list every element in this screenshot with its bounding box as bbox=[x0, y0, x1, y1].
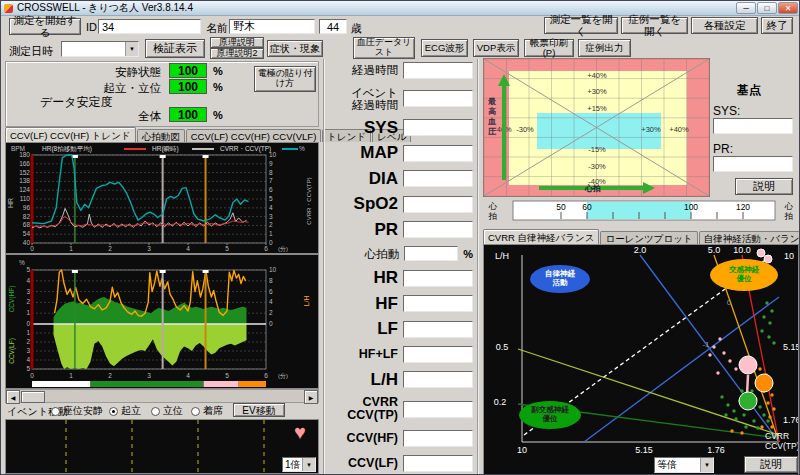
field-input-spo2[interactable] bbox=[403, 196, 473, 213]
field-input-pr[interactable] bbox=[403, 221, 473, 238]
left-tab-1[interactable]: 心拍動図 bbox=[137, 129, 185, 142]
radio-circle-icon[interactable] bbox=[191, 407, 200, 416]
radio-circle-icon[interactable] bbox=[151, 407, 160, 416]
svg-text:10: 10 bbox=[269, 266, 277, 273]
ecg-zoom-value: 1倍 bbox=[283, 458, 302, 472]
svg-text:2: 2 bbox=[26, 298, 30, 305]
bp-explain-button[interactable]: 説明 bbox=[735, 178, 793, 195]
radio-label: 座位安静 bbox=[63, 404, 103, 418]
radio-circle-icon[interactable] bbox=[51, 407, 60, 416]
field-input-elapsed-time[interactable] bbox=[403, 62, 473, 79]
sys-base-input[interactable] bbox=[713, 118, 793, 134]
svg-text:1: 1 bbox=[69, 245, 73, 252]
bp-target-panel: 基点 SYS: PR: 説明 +40%+30%+15%-15%-30%-40%-… bbox=[483, 58, 799, 197]
minimize-button[interactable]: ─ bbox=[736, 2, 756, 14]
hr-trend-chart: 1801661521381241109682685440109876543210… bbox=[5, 142, 319, 254]
left-tab-0[interactable]: CCV(LF) CCV(HF) トレンド bbox=[5, 127, 136, 142]
ev-move-button[interactable]: EV移動 bbox=[233, 403, 285, 417]
svg-text:3: 3 bbox=[26, 288, 30, 295]
case-output-button[interactable]: 症例出力 bbox=[578, 39, 631, 57]
age-input[interactable] bbox=[319, 19, 347, 34]
chart-scrollbar[interactable]: ◀ ▶ bbox=[5, 389, 319, 403]
balance-chart: 0-1自律神経活動交感神経優位副交感神経優位2.05.010.0L/H0.50.… bbox=[484, 245, 798, 474]
svg-text:124: 124 bbox=[19, 186, 30, 193]
name-input[interactable] bbox=[229, 19, 315, 34]
vdp-display-button[interactable]: VDP表示 bbox=[473, 39, 519, 57]
pr-base-input[interactable] bbox=[713, 156, 793, 172]
close-icon[interactable]: ✕ bbox=[778, 2, 798, 14]
svg-text:7: 7 bbox=[269, 177, 273, 184]
svg-text:2: 2 bbox=[108, 372, 112, 379]
svg-text:0: 0 bbox=[269, 239, 273, 246]
field-input-event-elapsed-time[interactable] bbox=[403, 90, 473, 107]
scrollbar-thumb[interactable] bbox=[21, 391, 45, 403]
start-measure-button[interactable]: 測定を開始する bbox=[9, 18, 81, 35]
svg-text:高: 高 bbox=[488, 106, 496, 116]
datetime-combo[interactable]: ▼ bbox=[61, 41, 139, 57]
symptom-button[interactable]: 症状・現象 bbox=[267, 40, 323, 57]
settings-button[interactable]: 各種設定 bbox=[691, 17, 758, 34]
field-input-hf-plus-lf[interactable] bbox=[403, 346, 473, 363]
svg-text:96: 96 bbox=[23, 204, 31, 211]
open-case-list-button[interactable]: 症例一覧を開く bbox=[621, 17, 688, 34]
radio-座位安静[interactable]: 座位安静 bbox=[51, 404, 103, 418]
svg-text:4: 4 bbox=[269, 298, 273, 305]
field-input-lf[interactable] bbox=[403, 321, 473, 338]
radio-着席[interactable]: 着席 bbox=[191, 404, 223, 418]
scroll-left-icon[interactable]: ◀ bbox=[6, 390, 20, 404]
id-input[interactable] bbox=[98, 19, 201, 34]
field-row-sys: SYS bbox=[327, 119, 473, 137]
field-label-map: MAP bbox=[360, 144, 398, 162]
app-icon bbox=[4, 4, 13, 13]
field-input-hf[interactable] bbox=[403, 295, 473, 312]
age-suffix-label: 歳 bbox=[351, 21, 362, 36]
field-input-ccv-hf[interactable] bbox=[403, 430, 473, 447]
field-input-ccv-lf[interactable] bbox=[403, 455, 473, 472]
field-label-dia: DIA bbox=[369, 170, 398, 188]
svg-text:+30%: +30% bbox=[587, 87, 607, 96]
svg-text:CCV(HF): CCV(HF) bbox=[8, 286, 16, 313]
field-input-sys[interactable] bbox=[403, 119, 473, 136]
chevron-down-icon[interactable]: ▼ bbox=[125, 42, 138, 56]
svg-text:HR: HR bbox=[7, 198, 14, 208]
svg-text:0: 0 bbox=[26, 320, 30, 327]
bp-data-list-button[interactable]: 血圧データリスト bbox=[353, 37, 415, 59]
stability-row-label: 安静状態 bbox=[71, 65, 161, 80]
stability-row-unit: % bbox=[213, 65, 223, 77]
open-measurement-list-button[interactable]: 測定一覧を開く bbox=[544, 17, 618, 34]
right-tab-0[interactable]: CVRR 自律神経バランス bbox=[483, 229, 599, 244]
field-input-hr[interactable] bbox=[403, 270, 473, 287]
field-input-cvrr-ccv-tp[interactable] bbox=[403, 401, 473, 418]
field-label-ccv-hf: CCV(HF) bbox=[347, 432, 398, 445]
field-input-heartbeat-pct[interactable] bbox=[404, 246, 458, 261]
maximize-button[interactable]: □ bbox=[757, 2, 777, 14]
field-input-map[interactable] bbox=[403, 145, 473, 162]
svg-text:5: 5 bbox=[225, 245, 229, 252]
report-print-button[interactable]: 帳票印刷(P) bbox=[524, 39, 574, 57]
field-label-ccv-lf: CCV(LF) bbox=[348, 457, 398, 470]
svg-text:1: 1 bbox=[26, 309, 30, 316]
radio-起立[interactable]: 起立 bbox=[109, 404, 141, 418]
svg-text:0.2: 0.2 bbox=[494, 397, 507, 407]
ecg-zoom-combo[interactable]: 1倍▼ bbox=[282, 457, 316, 472]
electrode-guide-button[interactable]: 電極の貼り付け方 bbox=[254, 66, 316, 92]
svg-text:110: 110 bbox=[20, 195, 31, 202]
radio-立位[interactable]: 立位 bbox=[151, 404, 183, 418]
principle-button-1[interactable]: 原理説明 bbox=[210, 37, 264, 48]
event-move-row: イベント移動 EV移動 座位安静起立立位着席 bbox=[5, 403, 319, 418]
svg-text:圧: 圧 bbox=[487, 127, 497, 136]
left-tab-2[interactable]: CCV(LF) CCV(HF) CCV(VLF) bbox=[186, 129, 322, 142]
scroll-right-icon[interactable]: ▶ bbox=[304, 390, 318, 404]
field-input-dia[interactable] bbox=[403, 170, 473, 187]
field-label-hr: HR bbox=[373, 269, 398, 287]
exit-button[interactable]: 終了 bbox=[761, 17, 793, 34]
ecg-waveform-button[interactable]: ECG波形 bbox=[421, 39, 468, 57]
chevron-down-icon[interactable]: ▼ bbox=[302, 458, 315, 471]
right-tab-1[interactable]: ローレンツプロット bbox=[600, 231, 697, 244]
verify-display-button[interactable]: 検証表示 bbox=[145, 39, 205, 58]
radio-circle-icon[interactable] bbox=[109, 407, 118, 416]
right-tab-2[interactable]: 自律神経活動・バランス bbox=[699, 231, 800, 244]
principle-button-2[interactable]: 原理説明2 bbox=[210, 48, 264, 59]
svg-text:3: 3 bbox=[147, 245, 151, 252]
field-input-l-h[interactable] bbox=[403, 371, 473, 388]
